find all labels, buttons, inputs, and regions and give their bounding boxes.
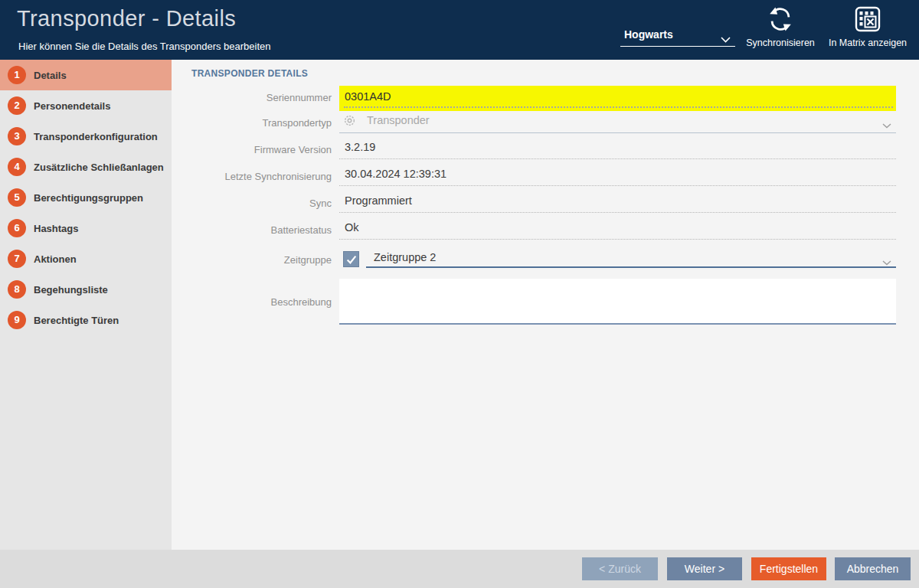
step-number-badge: 2 xyxy=(8,96,26,115)
checkmark-icon xyxy=(345,253,358,266)
serial-number-input[interactable] xyxy=(345,87,881,106)
firmware-version-value: 3.2.19 xyxy=(345,141,375,153)
last-sync-label: Letzte Synchronisierung xyxy=(172,171,332,182)
page-subtitle: Hier können Sie die Details des Transpon… xyxy=(18,41,271,52)
step-number-badge: 5 xyxy=(8,188,26,207)
transponder-type-label: Transpondertyp xyxy=(172,117,332,129)
sidebar-item-personendetails[interactable]: 2 Personendetails xyxy=(0,90,172,121)
transponder-type-icon xyxy=(344,115,355,129)
chevron-down-icon xyxy=(882,118,891,132)
matrix-icon xyxy=(823,6,912,34)
chevron-down-icon xyxy=(882,255,891,269)
step-number-badge: 8 xyxy=(8,280,26,299)
battery-status-label: Batteriestatus xyxy=(172,224,332,236)
finish-button[interactable]: Fertigstellen xyxy=(751,557,826,580)
time-group-label: Zeitgruppe xyxy=(172,254,332,266)
transponder-details-form: TRANSPONDER DETAILS Seriennummer Transpo… xyxy=(172,60,919,550)
header: Transponder - Details Hier können Sie di… xyxy=(0,0,919,60)
step-number-badge: 9 xyxy=(8,311,26,329)
firmware-version-row: 3.2.19 xyxy=(339,138,896,159)
description-textarea[interactable] xyxy=(339,279,896,325)
sidebar-item-berechtigungsgruppen[interactable]: 5 Berechtigungsgruppen xyxy=(0,182,172,213)
footer-bar: < Zurück Weiter > Fertigstellen Abbreche… xyxy=(0,550,919,588)
step-number-badge: 4 xyxy=(8,158,26,176)
step-number-badge: 1 xyxy=(8,66,26,84)
chevron-down-icon xyxy=(721,32,731,46)
transponder-type-value: Transponder xyxy=(367,114,430,126)
firmware-version-label: Firmware Version xyxy=(172,144,332,155)
sidebar-item-berechtigte-tueren[interactable]: 9 Berechtigte Türen xyxy=(0,305,172,335)
page-title: Transponder - Details xyxy=(17,6,236,31)
step-number-badge: 7 xyxy=(8,250,26,268)
transponder-type-select[interactable]: Transponder xyxy=(339,108,896,133)
next-button[interactable]: Weiter > xyxy=(667,557,742,580)
step-number-badge: 3 xyxy=(8,127,26,145)
sidebar-item-details[interactable]: 1 Details xyxy=(0,60,172,90)
transponder-details-window: Transponder - Details Hier können Sie di… xyxy=(0,0,919,588)
section-title: TRANSPONDER DETAILS xyxy=(191,68,308,79)
show-in-matrix-button[interactable]: In Matrix anzeigen xyxy=(823,6,912,49)
sidebar-item-begehungsliste[interactable]: 8 Begehungsliste xyxy=(0,274,172,305)
synchronize-button[interactable]: Synchronisieren xyxy=(742,6,819,49)
sidebar-item-hashtags[interactable]: 6 Hashtags xyxy=(0,213,172,243)
sidebar-item-transponderkonfiguration[interactable]: 3 Transponderkonfiguration xyxy=(0,121,172,152)
wizard-step-sidebar: 1 Details 2 Personendetails 3 Transponde… xyxy=(0,60,172,550)
serial-number-label: Seriennummer xyxy=(172,92,332,103)
step-number-badge: 6 xyxy=(8,219,26,237)
sync-state-value: Programmiert xyxy=(345,194,412,207)
last-sync-value: 30.04.2024 12:39:31 xyxy=(345,168,446,180)
time-group-checkbox[interactable] xyxy=(343,251,359,267)
description-label: Beschreibung xyxy=(172,296,332,308)
cancel-button[interactable]: Abbrechen xyxy=(835,557,911,580)
battery-status-value: Ok xyxy=(345,221,359,234)
sync-state-row: Programmiert xyxy=(339,191,896,213)
time-group-select[interactable]: Zeitgruppe 2 xyxy=(366,247,896,268)
last-sync-row: 30.04.2024 12:39:31 xyxy=(339,165,896,186)
project-selector-value: Hogwarts xyxy=(624,28,673,41)
sidebar-item-aktionen[interactable]: 7 Aktionen xyxy=(0,243,172,274)
synchronize-button-label: Synchronisieren xyxy=(746,38,815,48)
back-button[interactable]: < Zurück xyxy=(582,557,658,580)
sidebar-item-zusaetzliche-schliessanlagen[interactable]: 4 Zusätzliche Schließanlagen xyxy=(0,152,172,182)
time-group-value: Zeitgruppe 2 xyxy=(374,251,436,263)
battery-status-row: Ok xyxy=(339,218,896,240)
sync-icon xyxy=(742,6,819,34)
sync-label: Sync xyxy=(172,198,332,209)
project-selector[interactable]: Hogwarts xyxy=(620,23,735,47)
show-in-matrix-button-label: In Matrix anzeigen xyxy=(829,38,907,48)
